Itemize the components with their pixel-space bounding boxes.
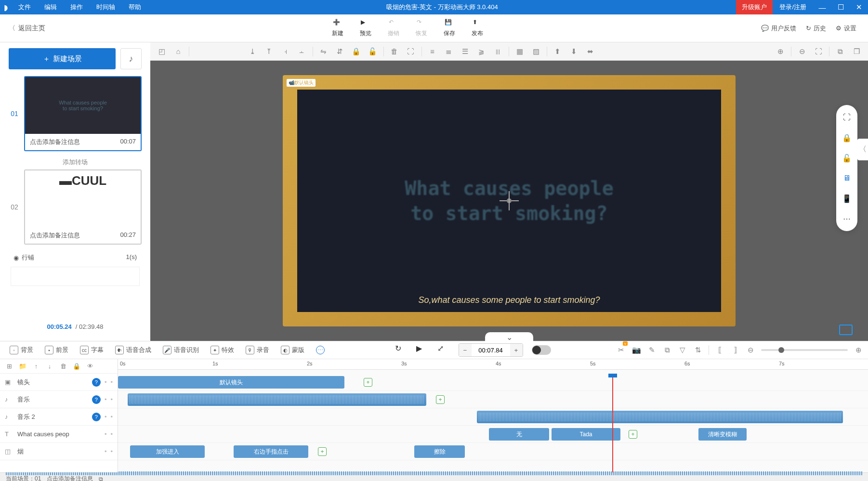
timeline-ruler[interactable]: 0s 1s 2s 3s 4s 5s 6s 7s [118, 359, 868, 370]
eye-icon[interactable]: 👁 [86, 362, 94, 371]
folder-icon[interactable]: 📁 [18, 362, 27, 371]
replay-button[interactable]: ↻ [395, 344, 408, 356]
menu-file[interactable]: 文件 [12, 3, 38, 12]
align-vcenter-icon[interactable]: ⫞ [278, 44, 293, 59]
fullscreen-icon[interactable]: ⛶ [841, 112, 853, 123]
flip-v-icon[interactable]: ⇵ [332, 44, 348, 59]
undo-button[interactable]: ↶撤销 [388, 19, 399, 38]
dist-icon[interactable]: ⬌ [583, 44, 598, 59]
align-l-icon[interactable]: ≡ [425, 44, 440, 59]
tool-zoomin-icon[interactable]: ⊕ [854, 345, 863, 355]
tool-edit-icon[interactable]: ✎ [647, 345, 657, 355]
zoom-slider[interactable] [761, 349, 848, 351]
clip-wipe[interactable]: 擦除 [414, 445, 465, 458]
align-top-icon[interactable]: ⤒ [262, 44, 277, 59]
track-label-music[interactable]: ♪音乐?•• [0, 391, 118, 408]
play-button[interactable]: ▶ [416, 344, 429, 356]
scene-note[interactable]: 点击添加备注信息 [30, 231, 80, 240]
lock-icon[interactable]: 🔒 [349, 44, 364, 59]
more-icon[interactable]: ⋯ [841, 213, 853, 224]
history-button[interactable]: ↻历史 [806, 24, 826, 33]
add-keyframe-button[interactable]: + [364, 378, 372, 387]
tool-copy-icon[interactable]: ⧉ [662, 345, 672, 355]
feedback-button[interactable]: 💬用户反馈 [761, 24, 796, 33]
zoom-in-icon[interactable]: ⊕ [773, 44, 788, 59]
login-register[interactable]: 登录/注册 [773, 3, 813, 12]
fg-button[interactable]: ▪前景 [40, 346, 73, 354]
tool-bracket-l-icon[interactable]: ⟦ [715, 345, 724, 355]
add-keyframe-button[interactable]: + [436, 395, 445, 404]
trash-icon[interactable]: 🗑 [59, 362, 67, 371]
down-icon[interactable]: ↓ [45, 362, 54, 371]
stage[interactable]: 📹默认镜头 What causes people to start smokin… [150, 61, 868, 341]
unlock-icon[interactable]: 🔓 [365, 44, 381, 59]
help-icon[interactable]: ? [92, 395, 101, 404]
playhead[interactable] [612, 374, 613, 472]
record-button[interactable]: 🎙录音 [241, 346, 274, 354]
clip-text-none[interactable]: 无 [489, 428, 549, 441]
redo-button[interactable]: ↷恢复 [416, 19, 427, 38]
align-c-icon[interactable]: ≣ [441, 44, 457, 59]
new-button[interactable]: ➕新建 [332, 19, 343, 38]
preview-button[interactable]: ▶预览 [360, 19, 371, 38]
tts-button[interactable]: 🗣语音合成 [110, 346, 156, 354]
layer-down-icon[interactable]: ⬇ [566, 44, 582, 59]
flip-h-icon[interactable]: ⇋ [316, 44, 331, 59]
home-icon[interactable]: ⌂ [171, 44, 186, 59]
add-keyframe-button[interactable]: + [318, 447, 327, 456]
align-bottom-icon[interactable]: ⤓ [245, 44, 261, 59]
paste-icon[interactable]: ❐ [849, 44, 864, 59]
tool-sort-icon[interactable]: ⇅ [693, 345, 703, 355]
add-transition[interactable]: 添加转场 [9, 155, 142, 169]
scene-card[interactable]: What causes people to start smoking? 点击添… [24, 76, 142, 151]
save-button[interactable]: 💾保存 [444, 19, 455, 38]
crop-icon[interactable]: ⛶ [403, 44, 419, 59]
subtitle-button[interactable]: cc字幕 [75, 346, 108, 354]
time-minus-button[interactable]: − [459, 344, 472, 356]
close-button[interactable]: ✕ [850, 3, 868, 12]
lock-closed-icon[interactable]: 🔒 [841, 132, 853, 143]
tool-cut-icon[interactable]: ✂ [616, 345, 626, 355]
tool-camera-icon[interactable]: 📷 [631, 345, 641, 355]
message-icon[interactable] [839, 325, 853, 335]
status-note[interactable]: 点击添加备注信息 [47, 475, 93, 481]
upgrade-button[interactable]: 升级账户 [736, 0, 773, 14]
play-aux-row[interactable]: ◉行铺 1(s) [9, 248, 142, 267]
settings-button[interactable]: ⚙设置 [836, 24, 856, 33]
scene-note[interactable]: 点击添加备注信息 [30, 138, 80, 146]
align-left-icon[interactable]: ◰ [154, 44, 170, 59]
help-icon[interactable]: ? [92, 413, 101, 421]
align-hcenter-icon[interactable]: ⫠ [294, 44, 310, 59]
copy-icon[interactable]: ⧉ [832, 44, 848, 59]
help-icon[interactable]: ? [92, 378, 101, 387]
asr-button[interactable]: 🎤语音识别 [158, 346, 204, 354]
clip-finger[interactable]: 右边手指点击 [234, 445, 308, 458]
track-label-smoke[interactable]: ◫烟•• [0, 443, 118, 460]
up-icon[interactable]: ↑ [32, 362, 40, 371]
add-keyframe-button[interactable]: + [629, 430, 637, 439]
time-value[interactable]: 00:07.84 [472, 347, 510, 354]
add-track-icon[interactable]: ⊞ [5, 362, 13, 371]
desktop-icon[interactable]: 🖥 [841, 172, 853, 184]
time-plus-button[interactable]: + [510, 344, 523, 356]
loop-toggle[interactable] [532, 345, 551, 355]
lock-open-icon[interactable]: 🔓 [841, 152, 853, 164]
mask-button[interactable]: ◐蒙版 [276, 346, 309, 354]
menu-edit[interactable]: 编辑 [38, 3, 64, 12]
zoom-out-icon[interactable]: ⊖ [794, 44, 810, 59]
new-scene-button[interactable]: ＋新建场景 [9, 48, 116, 69]
align-r-icon[interactable]: ☰ [458, 44, 473, 59]
menu-timeline[interactable]: 时间轴 [90, 3, 122, 12]
music-button[interactable]: ♪ [120, 48, 142, 69]
tool-bracket-r-icon[interactable]: ⟧ [730, 345, 740, 355]
clip-text-tada[interactable]: Tada [552, 428, 620, 441]
back-home-button[interactable]: 〈 返回主页 [0, 24, 54, 33]
layer-up-icon[interactable]: ⬆ [550, 44, 566, 59]
track-label-music2[interactable]: ♪音乐 2?•• [0, 408, 118, 426]
track-label-camera[interactable]: ▣镜头?•• [0, 374, 118, 391]
tracks-area[interactable]: 默认镜头 + + 无 Tada + 清晰变模糊 加强进入 右边手指点击 + 擦除 [118, 374, 868, 472]
clip-text-blur[interactable]: 清晰变模糊 [698, 428, 747, 441]
fit-icon[interactable]: ⛶ [811, 44, 826, 59]
bg-button[interactable]: ▫背景 [5, 346, 38, 354]
menu-action[interactable]: 操作 [64, 3, 90, 12]
